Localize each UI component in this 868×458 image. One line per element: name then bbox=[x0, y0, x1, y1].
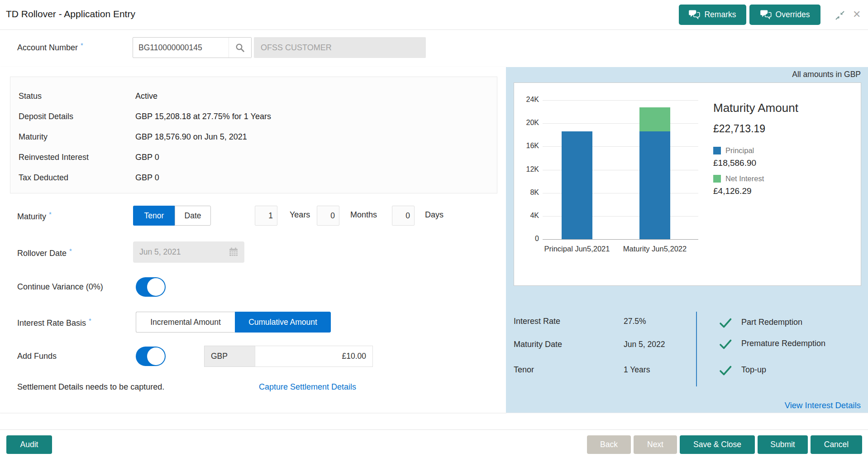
legend-value-net-interest: £4,126.29 bbox=[713, 186, 752, 196]
y-axis-tick-label: 20K bbox=[514, 119, 539, 127]
check-icon bbox=[719, 338, 732, 352]
legend-item-principal: Principal bbox=[713, 146, 754, 155]
tenor-value: 1 Years bbox=[624, 365, 650, 375]
months-label: Months bbox=[350, 210, 377, 220]
gridline bbox=[543, 123, 698, 124]
simulation-panel: All amounts in GBP 24K20K16K12K8K4K0Prin… bbox=[506, 67, 868, 413]
interest-rate-basis-segmented-control: Incremental Amount Cumulative Amount bbox=[136, 312, 331, 333]
overrides-button[interactable]: Overrides bbox=[749, 5, 820, 25]
days-input[interactable] bbox=[392, 206, 414, 225]
remarks-icon bbox=[689, 10, 700, 19]
feature-premature-redemption: Premature Redemption bbox=[741, 339, 825, 348]
summary-row-deposit-details: Deposit DetailsGBP 15,208.18 at 27.75% f… bbox=[19, 106, 497, 127]
tenor-label: Tenor bbox=[514, 365, 534, 375]
bar-net-interest bbox=[639, 107, 670, 131]
maturity-amount-title: Maturity Amount bbox=[713, 101, 798, 115]
months-input-box bbox=[317, 206, 339, 226]
y-axis-tick-label: 8K bbox=[514, 188, 539, 197]
gridline bbox=[543, 100, 698, 101]
submit-button[interactable]: Submit bbox=[758, 435, 808, 454]
cancel-button[interactable]: Cancel bbox=[811, 435, 862, 454]
continue-variance-toggle[interactable] bbox=[136, 277, 166, 297]
interest-rate-value: 27.5% bbox=[624, 317, 646, 326]
toggle-knob bbox=[147, 347, 165, 365]
legend-item-net-interest: Net Interest bbox=[713, 174, 764, 183]
calendar-icon bbox=[229, 247, 238, 259]
interest-rate-basis-label: Interest Rate Basis* bbox=[17, 317, 91, 328]
maturity-amount-value: £22,713.19 bbox=[713, 123, 765, 135]
required-asterisk: * bbox=[81, 41, 83, 49]
toggle-knob bbox=[147, 278, 165, 296]
maturity-label: Maturity* bbox=[17, 210, 52, 222]
account-number-label: Account Number* bbox=[17, 41, 83, 53]
y-axis-tick-label: 16K bbox=[514, 142, 539, 150]
page-title: TD Rollover - Application Entry bbox=[6, 9, 135, 19]
legend-swatch bbox=[713, 147, 721, 154]
incremental-amount-option-button[interactable]: Incremental Amount bbox=[136, 312, 235, 333]
next-button: Next bbox=[634, 435, 677, 454]
summary-row-maturity: MaturityGBP 18,576.90 on Jun 5, 2021 bbox=[19, 127, 497, 147]
date-option-button[interactable]: Date bbox=[175, 206, 211, 226]
legend-value-principal: £18,586.90 bbox=[713, 158, 756, 168]
years-input[interactable] bbox=[255, 206, 277, 225]
cumulative-amount-option-button[interactable]: Cumulative Amount bbox=[235, 312, 331, 333]
vertical-divider bbox=[696, 312, 697, 386]
y-axis-tick-label: 24K bbox=[514, 96, 539, 104]
overrides-icon bbox=[760, 10, 772, 19]
summary-row-tax-deducted: Tax DeductedGBP 0 bbox=[19, 168, 497, 188]
x-axis-line bbox=[543, 239, 698, 240]
currency-field: GBP bbox=[204, 346, 255, 367]
bar-principal bbox=[562, 131, 592, 239]
required-asterisk: * bbox=[69, 247, 72, 255]
amounts-currency-note: All amounts in GBP bbox=[792, 70, 861, 79]
days-input-box bbox=[392, 206, 415, 226]
collapse-icon[interactable] bbox=[834, 10, 846, 21]
y-axis-tick-label: 12K bbox=[514, 165, 539, 174]
months-input[interactable] bbox=[317, 206, 339, 225]
x-axis-category-label: Maturity Jun5,2022 bbox=[605, 245, 705, 253]
maturity-type-segmented-control: Tenor Date bbox=[133, 206, 211, 226]
required-asterisk: * bbox=[49, 210, 52, 218]
years-input-box bbox=[255, 206, 277, 226]
check-icon bbox=[719, 365, 732, 378]
rollover-date-label: Rollover Date* bbox=[17, 247, 72, 258]
account-number-input[interactable] bbox=[133, 38, 229, 58]
header: TD Rollover - Application Entry Remarks … bbox=[0, 0, 868, 30]
remarks-button[interactable]: Remarks bbox=[679, 5, 746, 25]
check-icon bbox=[719, 317, 732, 331]
capture-settlement-details-link[interactable]: Capture Settlement Details bbox=[259, 382, 356, 392]
account-number-field-group bbox=[133, 37, 252, 58]
account-search-button[interactable] bbox=[229, 38, 251, 58]
settlement-message: Settlement Details needs to be captured. bbox=[17, 382, 164, 392]
interest-rate-label: Interest Rate bbox=[514, 317, 560, 326]
maturity-date-value: Jun 5, 2022 bbox=[624, 340, 665, 349]
tenor-option-button[interactable]: Tenor bbox=[133, 206, 175, 226]
save-and-close-button[interactable]: Save & Close bbox=[680, 435, 755, 454]
customer-name-field: OFSS CUSTOMER bbox=[254, 37, 426, 58]
summary-row-status: StatusActive bbox=[19, 86, 497, 106]
add-funds-amount-input[interactable] bbox=[255, 346, 372, 366]
rollover-date-input bbox=[133, 241, 244, 263]
legend-swatch bbox=[713, 175, 721, 183]
days-label: Days bbox=[425, 210, 444, 220]
bar-chart: 24K20K16K12K8K4K0Principal Jun5,2021Matu… bbox=[514, 83, 861, 285]
bar-principal bbox=[639, 131, 670, 239]
overrides-button-label: Overrides bbox=[776, 10, 810, 19]
continue-variance-label: Continue Variance (0%) bbox=[17, 282, 103, 292]
maturity-chart-card: 24K20K16K12K8K4K0Principal Jun5,2021Matu… bbox=[514, 82, 861, 286]
maturity-date-label: Maturity Date bbox=[514, 340, 562, 349]
remarks-button-label: Remarks bbox=[704, 10, 736, 19]
back-button: Back bbox=[587, 435, 631, 454]
audit-button[interactable]: Audit bbox=[6, 435, 52, 454]
summary-row-reinvested-interest: Reinvested InterestGBP 0 bbox=[19, 147, 497, 168]
deposit-summary-card: StatusActive Deposit DetailsGBP 15,208.1… bbox=[10, 77, 497, 193]
view-interest-details-link[interactable]: View Interest Details bbox=[785, 400, 861, 410]
close-icon[interactable]: ✕ bbox=[853, 8, 861, 21]
content-separator bbox=[0, 413, 868, 413]
required-asterisk: * bbox=[89, 317, 91, 324]
feature-top-up: Top-up bbox=[741, 365, 766, 375]
add-funds-label: Add Funds bbox=[17, 352, 57, 361]
add-funds-toggle[interactable] bbox=[136, 347, 166, 366]
y-axis-tick-label: 0 bbox=[514, 235, 539, 243]
search-icon bbox=[235, 43, 245, 53]
